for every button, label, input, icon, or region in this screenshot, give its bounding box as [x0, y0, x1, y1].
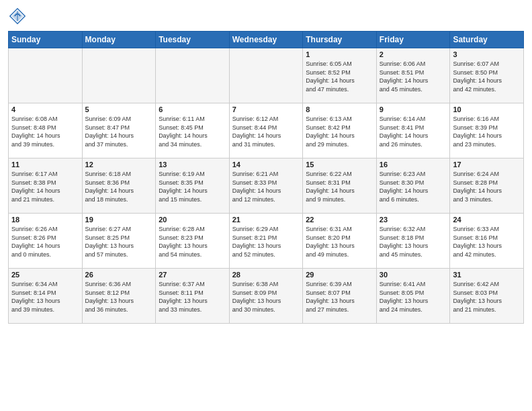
day-number: 30 — [380, 271, 447, 279]
weekday-header-thursday: Thursday — [303, 32, 377, 48]
day-number: 10 — [453, 105, 521, 113]
calendar-table: SundayMondayTuesdayWednesdayThursdayFrid… — [8, 31, 524, 324]
weekday-header-saturday: Saturday — [450, 32, 524, 48]
day-number: 12 — [85, 161, 153, 169]
day-info: Sunrise: 6:39 AM Sunset: 8:07 PM Dayligh… — [306, 280, 373, 314]
day-info: Sunrise: 6:32 AM Sunset: 8:18 PM Dayligh… — [380, 225, 447, 259]
day-number: 4 — [11, 105, 79, 113]
day-number: 31 — [453, 271, 521, 279]
day-number: 3 — [453, 50, 521, 58]
calendar-cell: 3Sunrise: 6:07 AM Sunset: 8:50 PM Daylig… — [450, 48, 524, 103]
day-info: Sunrise: 6:24 AM Sunset: 8:28 PM Dayligh… — [453, 170, 521, 203]
day-number: 22 — [306, 216, 373, 224]
calendar-cell: 21Sunrise: 6:29 AM Sunset: 8:21 PM Dayli… — [229, 214, 303, 269]
day-info: Sunrise: 6:28 AM Sunset: 8:23 PM Dayligh… — [159, 225, 226, 259]
day-number: 21 — [232, 216, 300, 224]
calendar-cell: 9Sunrise: 6:14 AM Sunset: 8:41 PM Daylig… — [376, 103, 450, 158]
calendar-cell: 2Sunrise: 6:06 AM Sunset: 8:51 PM Daylig… — [376, 48, 450, 103]
calendar-cell: 31Sunrise: 6:42 AM Sunset: 8:03 PM Dayli… — [450, 269, 524, 324]
calendar-cell: 16Sunrise: 6:23 AM Sunset: 8:30 PM Dayli… — [376, 158, 450, 214]
day-number: 20 — [159, 216, 226, 224]
calendar-cell: 10Sunrise: 6:16 AM Sunset: 8:39 PM Dayli… — [450, 103, 524, 158]
day-number: 17 — [453, 161, 521, 169]
calendar-cell: 20Sunrise: 6:28 AM Sunset: 8:23 PM Dayli… — [156, 214, 230, 269]
day-number: 11 — [11, 161, 79, 169]
day-info: Sunrise: 6:14 AM Sunset: 8:41 PM Dayligh… — [380, 115, 447, 148]
logo-icon — [8, 7, 27, 26]
day-number: 27 — [159, 271, 226, 279]
day-number: 23 — [380, 216, 447, 224]
calendar-header: SundayMondayTuesdayWednesdayThursdayFrid… — [9, 32, 524, 48]
calendar-cell: 17Sunrise: 6:24 AM Sunset: 8:28 PM Dayli… — [450, 158, 524, 214]
day-info: Sunrise: 6:06 AM Sunset: 8:51 PM Dayligh… — [380, 60, 447, 93]
calendar-cell: 6Sunrise: 6:11 AM Sunset: 8:45 PM Daylig… — [156, 103, 230, 158]
day-number: 14 — [232, 161, 300, 169]
calendar-cell: 27Sunrise: 6:37 AM Sunset: 8:11 PM Dayli… — [156, 269, 230, 324]
day-number: 28 — [232, 271, 300, 279]
day-info: Sunrise: 6:16 AM Sunset: 8:39 PM Dayligh… — [453, 115, 521, 148]
day-info: Sunrise: 6:36 AM Sunset: 8:12 PM Dayligh… — [85, 280, 153, 314]
calendar-cell: 15Sunrise: 6:22 AM Sunset: 8:31 PM Dayli… — [303, 158, 377, 214]
day-info: Sunrise: 6:19 AM Sunset: 8:35 PM Dayligh… — [159, 170, 226, 203]
weekday-header-sunday: Sunday — [9, 32, 83, 48]
day-info: Sunrise: 6:07 AM Sunset: 8:50 PM Dayligh… — [453, 60, 521, 93]
calendar-cell: 8Sunrise: 6:13 AM Sunset: 8:42 PM Daylig… — [303, 103, 377, 158]
day-info: Sunrise: 6:22 AM Sunset: 8:31 PM Dayligh… — [306, 170, 373, 203]
day-info: Sunrise: 6:11 AM Sunset: 8:45 PM Dayligh… — [159, 115, 226, 148]
day-info: Sunrise: 6:33 AM Sunset: 8:16 PM Dayligh… — [453, 225, 521, 259]
calendar-cell: 28Sunrise: 6:38 AM Sunset: 8:09 PM Dayli… — [229, 269, 303, 324]
day-number: 2 — [380, 50, 447, 58]
day-info: Sunrise: 6:27 AM Sunset: 8:25 PM Dayligh… — [85, 225, 153, 259]
day-number: 16 — [380, 161, 447, 169]
calendar-week-4: 18Sunrise: 6:26 AM Sunset: 8:26 PM Dayli… — [9, 214, 524, 269]
calendar-cell: 29Sunrise: 6:39 AM Sunset: 8:07 PM Dayli… — [303, 269, 377, 324]
calendar-cell: 30Sunrise: 6:41 AM Sunset: 8:05 PM Dayli… — [376, 269, 450, 324]
calendar-cell: 1Sunrise: 6:05 AM Sunset: 8:52 PM Daylig… — [303, 48, 377, 103]
day-number: 8 — [306, 105, 373, 113]
day-info: Sunrise: 6:08 AM Sunset: 8:48 PM Dayligh… — [11, 115, 79, 148]
day-info: Sunrise: 6:34 AM Sunset: 8:14 PM Dayligh… — [11, 280, 79, 314]
day-number: 26 — [85, 271, 153, 279]
page-container: SundayMondayTuesdayWednesdayThursdayFrid… — [0, 0, 532, 330]
day-number: 5 — [85, 105, 153, 113]
calendar-cell: 25Sunrise: 6:34 AM Sunset: 8:14 PM Dayli… — [9, 269, 83, 324]
day-info: Sunrise: 6:12 AM Sunset: 8:44 PM Dayligh… — [232, 115, 300, 148]
calendar-cell: 11Sunrise: 6:17 AM Sunset: 8:38 PM Dayli… — [9, 158, 83, 214]
day-number: 18 — [11, 216, 79, 224]
day-number: 15 — [306, 161, 373, 169]
calendar-cell: 12Sunrise: 6:18 AM Sunset: 8:36 PM Dayli… — [82, 158, 156, 214]
day-number: 25 — [11, 271, 79, 279]
day-number: 29 — [306, 271, 373, 279]
calendar-cell — [156, 48, 230, 103]
calendar-cell — [9, 48, 83, 103]
calendar-cell: 5Sunrise: 6:09 AM Sunset: 8:47 PM Daylig… — [82, 103, 156, 158]
day-number: 19 — [85, 216, 153, 224]
day-info: Sunrise: 6:37 AM Sunset: 8:11 PM Dayligh… — [159, 280, 226, 314]
day-info: Sunrise: 6:05 AM Sunset: 8:52 PM Dayligh… — [306, 60, 373, 93]
calendar-week-3: 11Sunrise: 6:17 AM Sunset: 8:38 PM Dayli… — [9, 158, 524, 214]
calendar-body: 1Sunrise: 6:05 AM Sunset: 8:52 PM Daylig… — [9, 48, 524, 324]
day-number: 24 — [453, 216, 521, 224]
day-number: 1 — [306, 50, 373, 58]
weekday-header-tuesday: Tuesday — [156, 32, 230, 48]
calendar-week-1: 1Sunrise: 6:05 AM Sunset: 8:52 PM Daylig… — [9, 48, 524, 103]
logo — [8, 7, 30, 26]
calendar-cell: 7Sunrise: 6:12 AM Sunset: 8:44 PM Daylig… — [229, 103, 303, 158]
day-number: 13 — [159, 161, 226, 169]
day-info: Sunrise: 6:23 AM Sunset: 8:30 PM Dayligh… — [380, 170, 447, 203]
day-number: 9 — [380, 105, 447, 113]
day-info: Sunrise: 6:13 AM Sunset: 8:42 PM Dayligh… — [306, 115, 373, 148]
day-info: Sunrise: 6:29 AM Sunset: 8:21 PM Dayligh… — [232, 225, 300, 259]
calendar-cell: 19Sunrise: 6:27 AM Sunset: 8:25 PM Dayli… — [82, 214, 156, 269]
calendar-cell: 4Sunrise: 6:08 AM Sunset: 8:48 PM Daylig… — [9, 103, 83, 158]
calendar-cell: 24Sunrise: 6:33 AM Sunset: 8:16 PM Dayli… — [450, 214, 524, 269]
calendar-cell: 13Sunrise: 6:19 AM Sunset: 8:35 PM Dayli… — [156, 158, 230, 214]
weekday-header-row: SundayMondayTuesdayWednesdayThursdayFrid… — [9, 32, 524, 48]
calendar-cell: 26Sunrise: 6:36 AM Sunset: 8:12 PM Dayli… — [82, 269, 156, 324]
day-info: Sunrise: 6:09 AM Sunset: 8:47 PM Dayligh… — [85, 115, 153, 148]
calendar-cell: 14Sunrise: 6:21 AM Sunset: 8:33 PM Dayli… — [229, 158, 303, 214]
day-info: Sunrise: 6:31 AM Sunset: 8:20 PM Dayligh… — [306, 225, 373, 259]
calendar-cell: 23Sunrise: 6:32 AM Sunset: 8:18 PM Dayli… — [376, 214, 450, 269]
day-info: Sunrise: 6:26 AM Sunset: 8:26 PM Dayligh… — [11, 225, 79, 259]
calendar-cell — [82, 48, 156, 103]
